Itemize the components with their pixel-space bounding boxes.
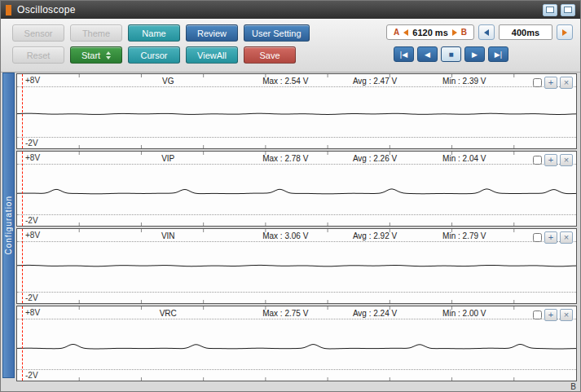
channel-panel-vg: +8V -2V VG Max : 2.54 V Avg : 2.47 V Min… [16, 73, 577, 149]
title-bar: Oscilloscope [1, 1, 580, 19]
max-value: Max : 2.54 V [262, 77, 308, 86]
max-value: Max : 3.06 V [262, 231, 308, 240]
bottom-voltage-label: -2V [25, 139, 38, 148]
playback-controls: |◀ ◀ ■ ▶ ▶| [394, 46, 508, 62]
oscilloscope-window: Oscilloscope Sensor Theme Name Review Us… [0, 0, 581, 392]
gridline-top [17, 319, 576, 319]
right-arrow-icon [562, 29, 567, 36]
name-button[interactable]: Name [128, 24, 180, 42]
cursor-a-line[interactable] [22, 306, 23, 381]
spinner-icon [106, 51, 111, 59]
ab-range-display: A 6120 ms B [386, 24, 474, 40]
cursor-a-line[interactable] [22, 152, 23, 226]
avg-value: Avg : 2.26 V [353, 154, 397, 163]
close-button[interactable]: × [560, 309, 573, 321]
gridline-top [17, 241, 576, 242]
ab-range-value: 6120 ms [412, 28, 447, 37]
play-button[interactable]: ▶ [464, 46, 485, 62]
channel-name: VRC [160, 309, 177, 318]
top-voltage-label: +8V [25, 153, 40, 162]
skip-last-button[interactable]: ▶| [488, 46, 508, 62]
top-voltage-label: +8V [25, 231, 40, 240]
time-range-cluster: A 6120 ms B 400ms [386, 24, 573, 40]
start-button[interactable]: Start [70, 46, 122, 64]
skip-first-button[interactable]: |◀ [394, 46, 414, 62]
cursor-a-label: A [394, 28, 399, 37]
cursor-a-line[interactable] [22, 229, 23, 303]
window-title: Oscilloscope [17, 4, 76, 15]
channel-checkbox[interactable] [533, 311, 542, 319]
min-value: Min : 2.00 V [442, 309, 486, 318]
split-window-button[interactable] [543, 4, 557, 16]
toolbar: Sensor Theme Name Review User Setting Re… [1, 19, 580, 73]
gridline-bottom [17, 137, 576, 138]
sensor-button[interactable]: Sensor [12, 24, 64, 42]
configuration-tab[interactable]: Configuration [2, 73, 15, 378]
channel-panel-vin: +8V -2V VIN Max : 3.06 V Avg : 2.92 V Mi… [16, 228, 577, 304]
a-arrow-icon [403, 29, 408, 36]
expand-button[interactable]: + [544, 154, 557, 166]
stop-button[interactable]: ■ [441, 46, 461, 62]
expand-button[interactable]: + [544, 77, 557, 89]
b-arrow-icon [452, 29, 457, 36]
rewind-button[interactable]: ◀ [417, 46, 438, 62]
theme-button[interactable]: Theme [70, 24, 122, 42]
review-button[interactable]: Review [186, 24, 238, 42]
user-setting-button[interactable]: User Setting [244, 24, 310, 42]
cursor-b-label: B [461, 28, 467, 37]
configuration-tab-label: Configuration [4, 196, 13, 254]
top-voltage-label: +8V [25, 76, 40, 85]
max-value: Max : 2.75 V [262, 309, 308, 318]
avg-value: Avg : 2.47 V [353, 77, 397, 86]
gridline-bottom [17, 292, 576, 293]
gridline-bottom [17, 369, 576, 370]
close-button[interactable]: × [560, 154, 573, 166]
gridline-top [17, 86, 576, 87]
avg-value: Avg : 2.24 V [353, 309, 397, 318]
channels-area: Configuration +8V -2V VG Max : 2.54 V Av… [1, 73, 580, 391]
gridline-top [17, 164, 576, 165]
cursor-a-line[interactable] [22, 74, 23, 148]
expand-button[interactable]: + [544, 231, 557, 244]
window-controls [543, 4, 575, 16]
max-value: Max : 2.78 V [262, 154, 308, 163]
channel-name: VIN [161, 231, 175, 240]
channel-checkbox[interactable] [533, 233, 542, 242]
channel-name: VG [162, 77, 174, 86]
cursor-button[interactable]: Cursor [128, 46, 180, 64]
channel-panel-vip: +8V -2V VIP Max : 2.78 V Avg : 2.26 V Mi… [16, 151, 577, 227]
timebase-next-button[interactable] [557, 24, 573, 40]
reset-button[interactable]: Reset [12, 46, 64, 64]
left-arrow-icon [484, 29, 489, 36]
save-button[interactable]: Save [244, 46, 296, 64]
maximize-window-icon [564, 7, 572, 13]
panel-controls: + × [533, 77, 573, 89]
start-button-label: Start [81, 51, 100, 60]
min-value: Min : 2.79 V [442, 231, 486, 240]
cursor-b-marker: B [570, 382, 576, 391]
timebase-prev-button[interactable] [478, 24, 495, 40]
close-button[interactable]: × [560, 231, 573, 244]
viewall-button[interactable]: ViewAll [186, 46, 238, 64]
panel-controls: + × [533, 154, 573, 166]
channel-name: VIP [161, 154, 174, 163]
gridline-bottom [17, 214, 576, 215]
top-voltage-label: +8V [25, 308, 40, 317]
bottom-voltage-label: -2V [25, 216, 38, 225]
min-value: Min : 2.04 V [442, 154, 486, 163]
bottom-voltage-label: -2V [25, 371, 38, 380]
expand-button[interactable]: + [544, 309, 557, 321]
bottom-voltage-label: -2V [25, 293, 38, 302]
channel-checkbox[interactable] [533, 78, 542, 87]
split-window-icon [546, 7, 554, 13]
titlebar-accent [6, 5, 11, 15]
panel-controls: + × [533, 231, 573, 244]
channel-panel-vrc: +8V -2V VRC Max : 2.75 V Avg : 2.24 V Mi… [16, 306, 577, 381]
avg-value: Avg : 2.92 V [353, 231, 397, 240]
timebase-value[interactable]: 400ms [499, 24, 552, 40]
min-value: Min : 2.39 V [442, 77, 486, 86]
channel-panels: +8V -2V VG Max : 2.54 V Avg : 2.47 V Min… [16, 73, 577, 383]
close-button[interactable]: × [560, 77, 573, 89]
channel-checkbox[interactable] [533, 156, 542, 165]
maximize-window-button[interactable] [561, 4, 575, 16]
